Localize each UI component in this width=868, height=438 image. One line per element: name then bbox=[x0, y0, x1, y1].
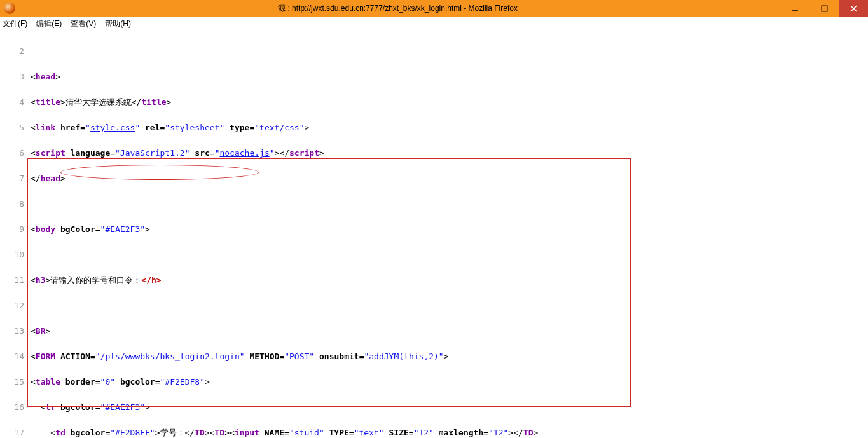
window-controls bbox=[780, 0, 868, 17]
line-number: 7 bbox=[0, 172, 31, 185]
line-number: 5 bbox=[0, 121, 31, 134]
line-number: 15 bbox=[0, 376, 31, 388]
line-number: 17 bbox=[0, 427, 31, 438]
menu-edit[interactable]: 编辑(E) bbox=[36, 18, 62, 29]
menu-view[interactable]: 查看(V) bbox=[71, 18, 96, 29]
firefox-icon bbox=[4, 3, 15, 14]
form-action-link[interactable]: /pls/wwwbks/bks_login2.login bbox=[100, 352, 240, 361]
minimize-button[interactable] bbox=[780, 0, 809, 17]
menu-bar: 文件(F) 编辑(E) 查看(V) 帮助(H) bbox=[0, 17, 868, 31]
source-view[interactable]: 2 3<head> 4<title>清华大学选课系统</title> 5<lin… bbox=[0, 31, 868, 438]
line-number: 3 bbox=[0, 71, 31, 83]
maximize-button[interactable] bbox=[809, 0, 839, 17]
line-number: 2 bbox=[0, 45, 31, 58]
line-number: 8 bbox=[0, 198, 31, 210]
line-number: 13 bbox=[0, 325, 31, 338]
line-number: 4 bbox=[0, 96, 31, 109]
line-number: 9 bbox=[0, 223, 31, 236]
menu-help[interactable]: 帮助(H) bbox=[105, 18, 131, 29]
svg-rect-1 bbox=[822, 6, 827, 11]
line-number: 10 bbox=[0, 249, 31, 261]
line-number: 16 bbox=[0, 401, 31, 414]
close-button[interactable] bbox=[839, 0, 868, 17]
window-title: 源 : http://jwxt.sdu.edu.cn:7777/zhxt_bks… bbox=[15, 3, 780, 14]
line-number: 6 bbox=[0, 147, 31, 160]
line-number: 14 bbox=[0, 350, 31, 363]
style-css-link[interactable]: style.css bbox=[90, 123, 135, 132]
title-bar: 源 : http://jwxt.sdu.edu.cn:7777/zhxt_bks… bbox=[0, 0, 868, 17]
line-number: 12 bbox=[0, 299, 31, 312]
nocache-js-link[interactable]: nocache.js bbox=[219, 148, 269, 158]
menu-file[interactable]: 文件(F) bbox=[3, 18, 27, 29]
line-number: 11 bbox=[0, 274, 31, 287]
